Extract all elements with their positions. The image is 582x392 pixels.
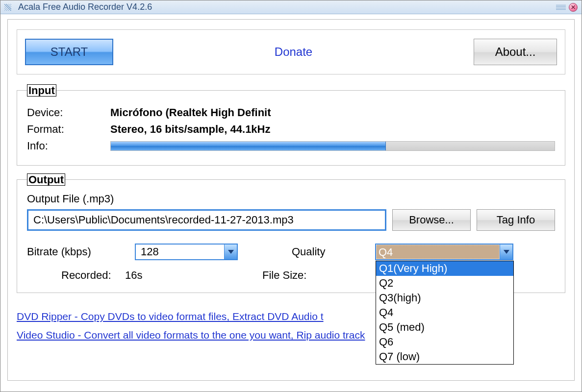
quality-option[interactable]: Q6 [376, 335, 513, 349]
recorded-value: 16s [125, 269, 203, 282]
chevron-down-icon [500, 245, 512, 259]
device-value: Micrófono (Realtek High Definit [110, 106, 271, 119]
app-window: Acala Free Audio Recorder V4.2.6 ✕ START… [0, 0, 582, 392]
main-panel: START Donate About... Input Device: Micr… [7, 19, 575, 381]
start-button[interactable]: START [25, 39, 113, 65]
browse-button[interactable]: Browse... [392, 209, 471, 231]
quality-option[interactable]: Q5 (med) [376, 320, 513, 335]
input-legend: Input [27, 84, 56, 97]
window-title: Acala Free Audio Recorder V4.2.6 [18, 2, 152, 12]
quality-option[interactable]: Q2 [376, 276, 513, 291]
top-toolbar: START Donate About... [17, 29, 565, 74]
recorded-label: Recorded: [61, 269, 125, 282]
device-label: Device: [27, 106, 110, 119]
title-grip-icon [556, 5, 566, 10]
output-legend: Output [27, 173, 65, 186]
close-icon: ✕ [571, 4, 576, 10]
close-button[interactable]: ✕ [569, 3, 578, 12]
quality-option[interactable]: Q7 (low) [376, 349, 513, 364]
quality-option[interactable]: Q1(Very High) [376, 261, 513, 276]
quality-select[interactable]: Q4 [375, 244, 513, 260]
tag-info-button[interactable]: Tag Info [477, 209, 555, 231]
level-fill [111, 142, 386, 150]
level-meter [110, 141, 555, 151]
title-grip-icon [4, 4, 11, 11]
bitrate-value: 128 [136, 245, 224, 259]
title-bar[interactable]: Acala Free Audio Recorder V4.2.6 ✕ [0, 0, 582, 14]
quality-dropdown[interactable]: Q1(Very High)Q2Q3(high)Q4Q5 (med)Q6Q7 (l… [376, 261, 514, 365]
quality-option[interactable]: Q3(high) [376, 291, 513, 305]
about-button[interactable]: About... [474, 39, 557, 65]
quality-label: Quality [292, 245, 375, 258]
output-file-label: Output File (.mp3) [27, 193, 555, 205]
chevron-down-icon [224, 245, 237, 259]
quality-option[interactable]: Q4 [376, 305, 513, 320]
format-label: Format: [27, 123, 110, 136]
format-value: Stereo, 16 bits/sample, 44.1kHz [110, 123, 271, 136]
quality-value: Q4 [376, 245, 500, 259]
donate-link[interactable]: Donate [113, 45, 474, 59]
filesize-label: File Size: [262, 269, 306, 282]
info-label: Info: [27, 140, 110, 152]
bitrate-select[interactable]: 128 [135, 244, 238, 260]
output-file-input[interactable] [27, 209, 386, 231]
bitrate-label: Bitrate (kbps) [27, 245, 135, 258]
input-group: Input Device: Micrófono (Realtek High De… [17, 84, 565, 166]
